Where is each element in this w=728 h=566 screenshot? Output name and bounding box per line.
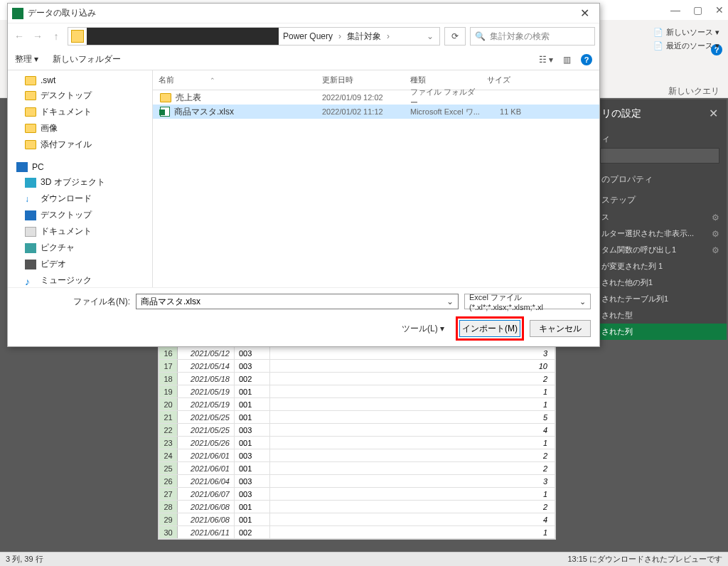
tree-item[interactable]: デスクトップ <box>8 207 152 223</box>
tree-item[interactable]: ↓ダウンロード <box>8 191 152 207</box>
step-item[interactable]: されたテーブル列1 <box>593 291 727 307</box>
status-right: 13:15 にダウンロードされたプレビューです <box>567 554 722 565</box>
table-row[interactable]: 192021/05/190011 <box>159 385 555 398</box>
new-folder-button[interactable]: 新しいフォルダー <box>53 53 121 65</box>
tree-item[interactable]: 3D オブジェクト <box>8 174 152 191</box>
step-item[interactable]: タム関数の呼び出し1⚙ <box>593 242 727 258</box>
ribbon-recent-source[interactable]: 📄 最近のソース ▾ <box>653 41 719 51</box>
ribbon-new-source[interactable]: 📄 新しいソース ▾ <box>653 27 719 38</box>
dialog-close-icon[interactable]: ✕ <box>574 6 595 20</box>
table-row[interactable]: 242021/06/010032 <box>159 449 555 462</box>
refresh-icon[interactable]: ⟳ <box>444 27 466 46</box>
step-item[interactable]: された型 <box>593 307 727 324</box>
address-bar[interactable]: Power Query › 集計対象 › ⌄ <box>68 27 440 46</box>
file-row[interactable]: 商品マスタ.xlsx2022/01/02 11:12Microsoft Exce… <box>153 105 599 119</box>
properties-label: ィ <box>593 127 727 148</box>
breadcrumb-b[interactable]: 集計対象 <box>343 31 385 43</box>
search-input[interactable]: 🔍 集計対象の検索 <box>470 27 595 46</box>
import-button[interactable]: インポート(M) <box>459 320 520 337</box>
query-name-input[interactable] <box>600 148 719 164</box>
table-row[interactable]: 272021/06/070031 <box>159 488 555 501</box>
all-properties-link[interactable]: のプロパティ <box>593 168 727 188</box>
table-row[interactable]: 162021/05/120033 <box>159 347 555 360</box>
file-row[interactable]: 売上表2022/01/09 12:02ファイル フォルダー <box>153 90 599 105</box>
data-preview-table: 162021/05/120033172021/05/1400310182021/… <box>158 346 556 540</box>
excel-icon <box>12 8 23 19</box>
tree-item[interactable]: ピクチャ <box>8 240 152 256</box>
step-item[interactable]: ルター選択された非表示...⚙ <box>593 225 727 242</box>
file-list[interactable]: 売上表2022/01/09 12:02ファイル フォルダー商品マスタ.xlsx2… <box>153 90 599 287</box>
applied-steps-list: ス⚙ルター選択された非表示...⚙タム関数の呼び出し1⚙が変更された列 1された… <box>593 209 727 340</box>
folder-icon <box>71 30 84 43</box>
table-row[interactable]: 212021/05/250015 <box>159 411 555 424</box>
tree-item[interactable]: 画像 <box>8 120 152 137</box>
address-redacted <box>87 28 279 45</box>
table-row[interactable]: 262021/06/040033 <box>159 475 555 488</box>
tree-item[interactable]: ドキュメント <box>8 104 152 120</box>
step-item[interactable]: が変更された列 1 <box>593 258 727 274</box>
nav-back-icon[interactable]: ← <box>12 31 26 42</box>
panel-title: リの設定 <box>601 107 641 120</box>
cancel-button[interactable]: キャンセル <box>530 320 591 337</box>
step-item[interactable]: された列 <box>593 324 727 340</box>
chevron-right-icon: › <box>385 31 391 41</box>
file-open-dialog: データの取り込み ✕ ← → ↑ Power Query › 集計対象 › ⌄ … <box>7 3 600 347</box>
breadcrumb-a[interactable]: Power Query <box>279 31 337 41</box>
step-item[interactable]: された他の列1 <box>593 274 727 291</box>
table-row[interactable]: 182021/05/180022 <box>159 373 555 385</box>
tree-item[interactable]: ビデオ <box>8 256 152 272</box>
tree-pc[interactable]: PC <box>8 160 152 174</box>
highlight-annotation: インポート(M) <box>456 316 524 341</box>
panel-close-icon[interactable]: ✕ <box>709 107 718 120</box>
preview-pane-icon[interactable]: ▥ <box>563 55 571 65</box>
maximize-icon[interactable]: ▢ <box>693 4 702 16</box>
query-settings-panel: リの設定 ✕ ィ のプロパティ ステップ ス⚙ルター選択された非表示...⚙タム… <box>593 100 727 340</box>
table-row[interactable]: 222021/05/250034 <box>159 424 555 437</box>
search-icon: 🔍 <box>475 31 486 41</box>
table-row[interactable]: 302021/06/110021 <box>159 526 555 539</box>
column-headers[interactable]: 名前⌃ 更新日時 種類 サイズ <box>153 70 599 90</box>
view-mode-icon[interactable]: ☷ ▾ <box>539 55 553 65</box>
tree-item[interactable]: .swt <box>8 73 152 87</box>
file-type-filter[interactable]: Excel ファイル (*.xl*;*.xlsx;*.xlsm;*.xl⌄ <box>464 294 591 309</box>
tree-item[interactable]: ドキュメント <box>8 223 152 240</box>
table-row[interactable]: 202021/05/190011 <box>159 398 555 411</box>
dialog-help-icon[interactable]: ? <box>581 54 592 65</box>
table-row[interactable]: 292021/06/080014 <box>159 513 555 526</box>
nav-forward-icon: → <box>31 31 45 42</box>
chevron-right-icon: › <box>337 31 343 41</box>
filename-input[interactable]: 商品マスタ.xlsx⌄ <box>136 294 459 309</box>
step-item[interactable]: ス⚙ <box>593 209 727 225</box>
tools-menu[interactable]: ツール(L) ▾ <box>402 323 444 335</box>
status-left: 3 列, 39 行 <box>6 554 43 565</box>
table-row[interactable]: 282021/06/080012 <box>159 501 555 513</box>
tree-item[interactable]: 添付ファイル <box>8 137 152 153</box>
folder-tree[interactable]: .swtデスクトップドキュメント画像添付ファイルPC3D オブジェクト↓ダウンロ… <box>8 70 153 287</box>
table-row[interactable]: 232021/05/260011 <box>159 437 555 449</box>
table-row[interactable]: 252021/06/010012 <box>159 462 555 475</box>
dialog-title: データの取り込み <box>28 7 574 19</box>
status-bar: 3 列, 39 行 13:15 にダウンロードされたプレビューです <box>0 552 728 566</box>
applied-steps-label: ステップ <box>593 188 727 209</box>
minimize-icon[interactable]: — <box>670 4 680 16</box>
app-close-icon[interactable]: ✕ <box>715 4 724 16</box>
address-dropdown-icon[interactable]: ⌄ <box>421 31 439 41</box>
nav-up-icon[interactable]: ↑ <box>49 31 63 42</box>
tree-item[interactable]: ♪ミュージック <box>8 272 152 287</box>
filename-label: ファイル名(N): <box>16 296 130 308</box>
organize-menu[interactable]: 整理 ▾ <box>15 53 38 65</box>
ribbon-group-label: 新しいクエリ <box>668 85 719 97</box>
table-row[interactable]: 172021/05/1400310 <box>159 360 555 373</box>
tree-item[interactable]: デスクトップ <box>8 87 152 104</box>
